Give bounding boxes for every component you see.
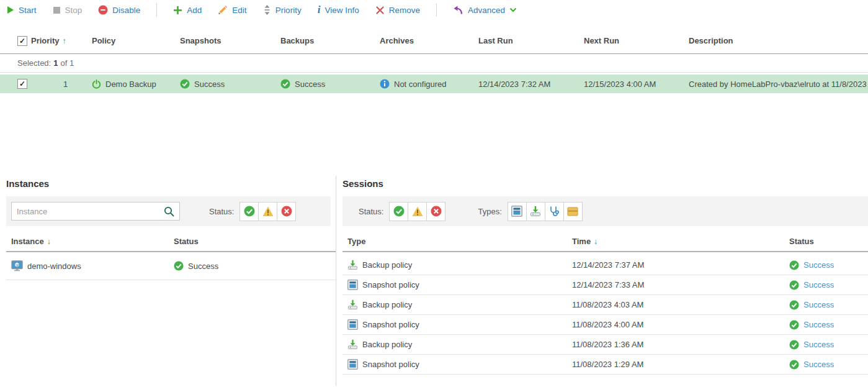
backup-icon <box>530 206 541 217</box>
warning-triangle-icon <box>262 206 274 217</box>
edit-label: Edit <box>232 6 246 15</box>
session-row[interactable]: Backup policy 12/14/2023 7:37 AM Success <box>342 255 868 275</box>
success-check-icon <box>789 260 799 270</box>
sessions-panel: Sessions Status: <box>336 176 868 386</box>
filter-warning-button[interactable] <box>408 202 427 221</box>
success-check-icon <box>393 206 405 217</box>
instances-status-label: Status: <box>209 207 234 216</box>
session-status-link[interactable]: Success <box>803 320 834 329</box>
snapshot-policy-icon <box>347 359 358 370</box>
toolbar-separator <box>156 3 157 17</box>
filter-snapshot-type-button[interactable] <box>508 202 527 221</box>
selected-count: 1 <box>53 58 58 68</box>
policy-name: Demo Backup <box>105 80 156 89</box>
column-header-description[interactable]: Description <box>689 36 868 45</box>
policies-table-header: ✓ Priority ↑ Policy Snapshots Backups Ar… <box>0 28 868 54</box>
sessions-status-filters <box>390 202 445 221</box>
filter-error-button[interactable] <box>277 202 296 221</box>
session-type-cell: Backup policy <box>347 260 572 270</box>
next-run-cell: 12/15/2023 4:00 AM <box>584 80 689 89</box>
instance-row[interactable]: demo-windows Success <box>6 252 336 280</box>
column-header-status[interactable]: Status <box>789 237 868 246</box>
session-row[interactable]: Snapshot policy 12/14/2023 7:33 AM Succe… <box>342 275 868 295</box>
stop-button[interactable]: Stop <box>53 6 83 15</box>
column-header-status[interactable]: Status <box>174 237 336 246</box>
advanced-arrow-icon <box>453 5 463 15</box>
filter-archive-type-button[interactable] <box>563 202 583 221</box>
selected-label: Selected: <box>17 58 51 68</box>
info-circle-icon <box>380 79 390 89</box>
session-row[interactable]: Backup policy 11/08/2023 4:03 AM Success <box>342 295 868 315</box>
edit-button[interactable]: Edit <box>218 5 246 15</box>
session-type-cell: Snapshot policy <box>347 359 572 370</box>
info-icon: i <box>318 6 321 14</box>
column-header-time[interactable]: Time ↓ <box>572 237 789 246</box>
session-status-link[interactable]: Success <box>803 280 834 289</box>
backups-cell: Success <box>280 79 380 89</box>
session-status-cell: Success <box>789 360 868 370</box>
filter-backup-type-button[interactable] <box>526 202 545 221</box>
remove-button[interactable]: Remove <box>375 6 420 15</box>
session-row[interactable]: Snapshot policy 11/08/2023 1:29 AM Succe… <box>342 355 868 375</box>
session-status-cell: Success <box>789 280 868 290</box>
column-header-backups[interactable]: Backups <box>280 36 380 45</box>
plus-icon <box>173 6 182 15</box>
filter-warning-button[interactable] <box>258 202 277 221</box>
success-check-icon <box>789 360 799 370</box>
success-check-icon <box>180 79 190 89</box>
disable-button[interactable]: Disable <box>98 5 140 15</box>
session-type-cell: Snapshot policy <box>347 280 572 290</box>
session-time-cell: 11/08/2023 1:29 AM <box>572 360 789 369</box>
instance-search-input[interactable] <box>12 207 164 216</box>
column-header-instance[interactable]: Instance ↓ <box>11 237 174 246</box>
session-status-link[interactable]: Success <box>803 300 834 309</box>
archives-cell: Not configured <box>380 79 478 89</box>
instance-search[interactable] <box>11 202 180 221</box>
success-check-icon <box>789 320 799 330</box>
column-header-snapshots[interactable]: Snapshots <box>180 36 280 45</box>
start-button[interactable]: Start <box>6 6 37 15</box>
column-header-next-run[interactable]: Next Run <box>584 36 689 45</box>
column-header-last-run[interactable]: Last Run <box>478 36 584 45</box>
selected-total: of 1 <box>60 58 74 68</box>
snapshot-policy-icon <box>347 280 358 290</box>
toolbar: Start Stop Disable Add Edit <box>0 0 868 20</box>
row-checkbox[interactable]: ✓ <box>17 79 27 89</box>
column-header-policy[interactable]: Policy <box>92 36 180 45</box>
priority-cell: 1 <box>31 80 92 89</box>
add-button[interactable]: Add <box>173 6 202 15</box>
session-type-cell: Snapshot policy <box>347 319 572 330</box>
session-status-link[interactable]: Success <box>803 360 834 369</box>
last-run-cell: 12/14/2023 7:32 AM <box>478 80 584 89</box>
pencil-icon <box>218 5 228 15</box>
session-status-link[interactable]: Success <box>803 260 834 270</box>
sessions-status-label: Status: <box>359 207 383 216</box>
session-row[interactable]: Backup policy 11/08/2023 1:36 AM Success <box>342 335 868 355</box>
column-header-type[interactable]: Type <box>347 237 572 246</box>
column-header-archives[interactable]: Archives <box>380 36 478 45</box>
selection-summary: Selected: 1 of 1 <box>0 54 868 73</box>
filter-success-button[interactable] <box>389 202 408 221</box>
advanced-button[interactable]: Advanced <box>453 5 517 15</box>
priority-button[interactable]: Priority <box>263 5 302 15</box>
filter-success-button[interactable] <box>239 202 259 221</box>
stop-icon <box>53 6 61 14</box>
view-info-button[interactable]: i View Info <box>318 6 359 15</box>
sort-desc-icon: ↓ <box>47 237 51 246</box>
warning-triangle-icon <box>412 206 423 217</box>
select-all-checkbox[interactable]: ✓ <box>17 36 27 46</box>
disable-label: Disable <box>112 6 140 15</box>
policy-cell: Demo Backup <box>92 80 180 89</box>
health-check-type-button[interactable] <box>545 202 564 221</box>
stethoscope-icon <box>548 206 560 217</box>
column-header-priority[interactable]: Priority ↑ <box>31 36 92 45</box>
session-status-link[interactable]: Success <box>803 340 834 349</box>
filter-error-button[interactable] <box>426 202 445 221</box>
stop-label: Stop <box>65 6 83 15</box>
session-status-cell: Success <box>789 300 868 310</box>
policy-row[interactable]: ✓ 1 Demo Backup Success Success Not conf… <box>0 75 868 93</box>
success-check-icon <box>789 280 799 290</box>
session-row[interactable]: Snapshot policy 11/08/2023 4:00 AM Succe… <box>342 315 868 335</box>
backup-policy-icon <box>347 260 358 270</box>
toolbar-separator <box>436 3 437 17</box>
